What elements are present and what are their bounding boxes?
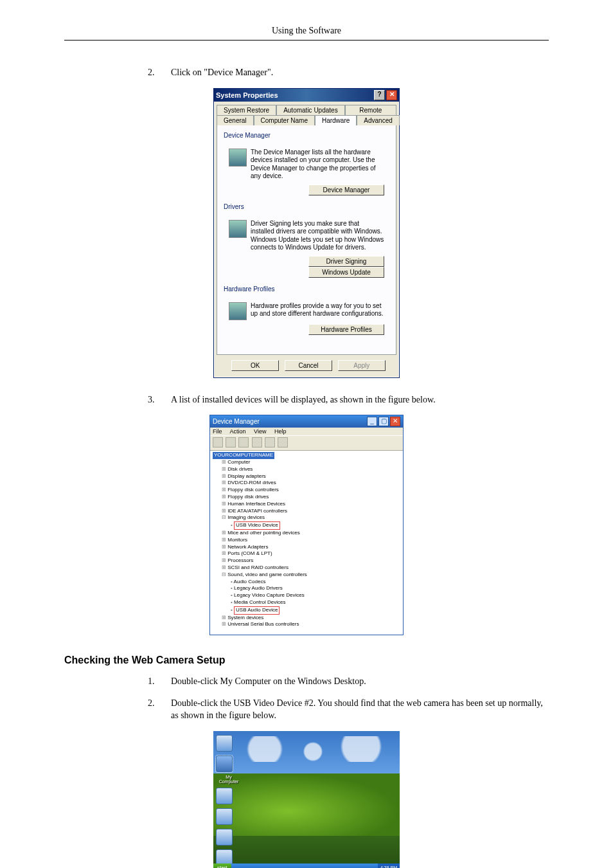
tree-node[interactable]: Processors xyxy=(222,557,400,565)
tree-node[interactable]: Disk drives xyxy=(222,466,400,473)
tree-leaf[interactable]: Media Control Devices xyxy=(231,599,400,606)
step-text: Double-click the USB Video Device #2. Yo… xyxy=(171,697,549,722)
web-step-2: 2. Double-click the USB Video Device #2.… xyxy=(148,697,549,722)
device-tree[interactable]: YOURCOMPUTERNAME Computer Disk drives Di… xyxy=(210,451,403,635)
tree-leaf-usb-audio[interactable]: USB Audio Device xyxy=(231,606,400,615)
section-heading-web: Checking the Web Camera Setup xyxy=(64,655,549,666)
windows-desktop: My Computer start 4:38 PM xyxy=(213,731,400,868)
tree-node[interactable]: System devices xyxy=(222,615,400,622)
intro-step-3: 3. A list of installed devices will be d… xyxy=(148,393,549,406)
group-hardware-profiles: Hardware Profiles Hardware profiles prov… xyxy=(224,291,389,341)
tab-remote[interactable]: Remote xyxy=(345,105,396,115)
apply-button[interactable]: Apply xyxy=(338,360,386,371)
help-icon[interactable]: ? xyxy=(374,90,385,100)
my-computer-label: My Computer xyxy=(216,775,242,784)
tree-leaf[interactable]: Legacy Audio Drivers xyxy=(231,585,400,592)
menu-action[interactable]: Action xyxy=(230,428,246,435)
menu-help[interactable]: Help xyxy=(274,428,287,435)
step-number: 1. xyxy=(148,675,171,688)
device-manager-icon xyxy=(229,149,247,167)
tree-node-imaging[interactable]: Imaging devices USB Video Device xyxy=(222,514,400,530)
scan-icon[interactable] xyxy=(278,437,288,448)
cancel-button[interactable]: Cancel xyxy=(285,360,332,371)
tree-node[interactable]: Display adapters xyxy=(222,473,400,480)
tab-automatic-updates[interactable]: Automatic Updates xyxy=(276,105,345,115)
menu-file[interactable]: File xyxy=(213,428,222,435)
tree-node-sound[interactable]: Sound, video and game controllers Audio … xyxy=(222,572,400,615)
tab-advanced[interactable]: Advanced xyxy=(357,115,399,125)
start-button[interactable]: start xyxy=(213,863,231,868)
refresh-icon[interactable] xyxy=(265,437,275,448)
tree-node[interactable]: Ports (COM & LPT) xyxy=(222,550,400,557)
tree-node[interactable]: SCSI and RAID controllers xyxy=(222,565,400,572)
window-title: Device Manager xyxy=(213,418,260,425)
menu-view[interactable]: View xyxy=(254,428,266,435)
back-icon[interactable] xyxy=(213,437,223,448)
desktop-icon[interactable] xyxy=(216,788,233,804)
step-text: A list of installed devices will be disp… xyxy=(171,393,549,406)
my-computer-icon[interactable] xyxy=(216,755,233,772)
system-properties-dialog: System Properties ? ✕ System Restore Aut… xyxy=(213,88,400,378)
tree-node[interactable]: Monitors xyxy=(222,537,400,544)
menu-bar: File Action View Help xyxy=(210,428,403,435)
sky-clouds xyxy=(233,736,393,762)
taskbar[interactable]: start 4:38 PM xyxy=(213,863,400,868)
tree-node[interactable]: Network Adapters xyxy=(222,544,400,551)
step-text: Click on "Device Manager". xyxy=(171,66,549,79)
group-desc: Driver Signing lets you make sure that i… xyxy=(251,220,384,252)
tree-leaf-usb-video[interactable]: USB Video Device xyxy=(231,521,400,530)
tree-node[interactable]: Human Interface Devices xyxy=(222,501,400,508)
hardware-profiles-button[interactable]: Hardware Profiles xyxy=(308,324,384,335)
maximize-icon[interactable]: ▢ xyxy=(378,417,389,426)
tab-strip: System Restore Automatic Updates Remote … xyxy=(214,102,399,355)
tab-hardware[interactable]: Hardware xyxy=(315,115,357,125)
web-step-1: 1. Double-click My Computer on the Windo… xyxy=(148,675,549,688)
group-desc: The Device Manager lists all the hardwar… xyxy=(251,149,384,181)
tab-general[interactable]: General xyxy=(217,115,254,125)
close-icon[interactable]: ✕ xyxy=(386,90,397,100)
tree-node[interactable]: Mice and other pointing devices xyxy=(222,530,400,537)
minimize-icon[interactable]: _ xyxy=(367,417,377,426)
intro-step-2: 2. Click on "Device Manager". xyxy=(148,66,549,79)
driver-signing-button[interactable]: Driver Signing xyxy=(308,256,384,267)
ok-button[interactable]: OK xyxy=(231,360,279,371)
step-number: 3. xyxy=(148,393,171,406)
tree-root[interactable]: YOURCOMPUTERNAME xyxy=(213,452,274,459)
window-titlebar: Device Manager _ ▢ ✕ xyxy=(210,415,403,428)
tree-node[interactable]: DVD/CD-ROM drives xyxy=(222,480,400,487)
step-number: 2. xyxy=(148,66,171,79)
step-number: 2. xyxy=(148,697,171,722)
windows-update-button[interactable]: Windows Update xyxy=(308,267,384,278)
properties-icon[interactable] xyxy=(238,437,249,448)
tree-node[interactable]: IDE ATA/ATAPI controllers xyxy=(222,508,400,515)
tree-leaf[interactable]: Legacy Video Capture Devices xyxy=(231,592,400,599)
group-drivers: Drivers Driver Signing lets you make sur… xyxy=(224,208,389,284)
group-title: Drivers xyxy=(224,203,244,210)
tree-leaf[interactable]: Audio Codecs xyxy=(231,579,400,586)
tree-node[interactable]: Floppy disk controllers xyxy=(222,487,400,494)
dialog-titlebar: System Properties ? ✕ xyxy=(214,89,399,102)
tab-computer-name[interactable]: Computer Name xyxy=(254,115,315,125)
desktop-icon[interactable] xyxy=(216,829,233,845)
running-head: Using the Software xyxy=(64,26,549,41)
print-icon[interactable] xyxy=(252,437,262,448)
toolbar xyxy=(210,435,403,451)
group-desc: Hardware profiles provide a way for you … xyxy=(251,302,384,320)
close-icon[interactable]: ✕ xyxy=(390,417,400,426)
recycle-bin-icon[interactable] xyxy=(216,735,233,752)
dialog-title: System Properties xyxy=(216,91,278,99)
group-title: Device Manager xyxy=(224,132,271,139)
tree-node[interactable]: Computer xyxy=(222,459,400,466)
system-tray[interactable]: 4:38 PM xyxy=(378,863,400,868)
desktop-icon[interactable] xyxy=(216,808,233,825)
device-manager-window: Device Manager _ ▢ ✕ File Action View He… xyxy=(209,415,404,635)
drivers-icon xyxy=(229,220,247,238)
group-title: Hardware Profiles xyxy=(224,285,274,293)
device-manager-button[interactable]: Device Manager xyxy=(308,185,384,195)
hardware-profiles-icon xyxy=(229,302,247,320)
tree-node[interactable]: Floppy disk drives xyxy=(222,494,400,501)
tree-node[interactable]: Universal Serial Bus controllers xyxy=(222,621,400,628)
tab-system-restore[interactable]: System Restore xyxy=(217,105,276,115)
forward-icon[interactable] xyxy=(226,437,236,448)
step-text: Double-click My Computer on the Windows … xyxy=(171,675,549,688)
